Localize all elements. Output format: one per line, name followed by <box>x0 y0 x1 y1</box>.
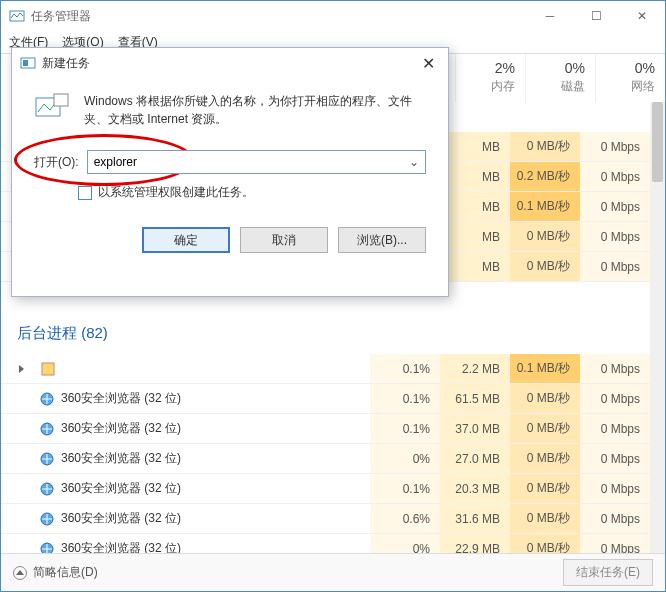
cell-mem: 31.6 MB <box>440 504 510 533</box>
table-row[interactable]: 360安全浏览器 (32 位) 0.1% 61.5 MB 0 MB/秒 0 Mb… <box>1 384 650 414</box>
cell-net: 0 Mbps <box>580 162 650 191</box>
svg-rect-11 <box>54 94 68 106</box>
cell-disk: 0 MB/秒 <box>510 474 580 503</box>
cell-disk: 0 MB/秒 <box>510 384 580 413</box>
dialog-title: 新建任务 <box>42 55 90 72</box>
cell-mem: 61.5 MB <box>440 384 510 413</box>
cell-net: 0 Mbps <box>580 222 650 251</box>
dialog-close-button[interactable]: ✕ <box>408 48 448 78</box>
process-name: 360安全浏览器 (32 位) <box>61 450 181 467</box>
cell-mem: MB <box>440 222 510 251</box>
cell-mem: 22.9 MB <box>440 534 510 553</box>
browser-icon <box>39 391 55 407</box>
table-row[interactable]: 360安全浏览器 (32 位) 0.6% 31.6 MB 0 MB/秒 0 Mb… <box>1 504 650 534</box>
close-button[interactable]: ✕ <box>619 1 665 31</box>
taskmgr-icon <box>9 8 25 24</box>
run-program-icon <box>34 92 70 120</box>
bg-section-title: 后台进程 (82) <box>17 324 108 343</box>
dialog-titlebar: 新建任务 ✕ <box>12 48 448 78</box>
cell-net: 0 Mbps <box>580 192 650 221</box>
process-name: 360安全浏览器 (32 位) <box>61 420 181 437</box>
cell-mem: MB <box>440 252 510 281</box>
svg-rect-1 <box>42 363 54 375</box>
col-disk[interactable]: 0% 磁盘 <box>525 54 595 102</box>
cell-disk: 0 MB/秒 <box>510 534 580 553</box>
cell-mem: 27.0 MB <box>440 444 510 473</box>
cell-disk: 0 MB/秒 <box>510 252 580 281</box>
cancel-button[interactable]: 取消 <box>240 227 328 253</box>
end-task-button[interactable]: 结束任务(E) <box>563 559 653 586</box>
cell-disk: 0.1 MB/秒 <box>510 192 580 221</box>
cell-disk: 0 MB/秒 <box>510 222 580 251</box>
cell-net: 0 Mbps <box>580 354 650 383</box>
ok-button[interactable]: 确定 <box>142 227 230 253</box>
cell-cpu: 0% <box>370 444 440 473</box>
col-network[interactable]: 0% 网络 <box>595 54 665 102</box>
cell-mem: 2.2 MB <box>440 354 510 383</box>
titlebar: 任务管理器 ─ ☐ ✕ <box>1 1 665 31</box>
cell-net: 0 Mbps <box>580 414 650 443</box>
cell-cpu: 0.1% <box>370 414 440 443</box>
cell-net: 0 Mbps <box>580 474 650 503</box>
cell-cpu: 0.6% <box>370 504 440 533</box>
table-row[interactable]: 360安全浏览器 (32 位) 0.1% 20.3 MB 0 MB/秒 0 Mb… <box>1 474 650 504</box>
cell-cpu: 0% <box>370 534 440 553</box>
browser-icon <box>39 421 55 437</box>
cell-net: 0 Mbps <box>580 504 650 533</box>
cell-disk: 0 MB/秒 <box>510 132 580 161</box>
cell-mem: MB <box>440 132 510 161</box>
fewer-details-button[interactable]: 简略信息(D) <box>13 564 98 581</box>
run-dialog: 新建任务 ✕ Windows 将根据你所键入的名称，为你打开相应的程序、文件夹、… <box>11 47 449 297</box>
browser-icon <box>39 481 55 497</box>
browser-icon <box>39 511 55 527</box>
open-label: 打开(O): <box>34 154 79 171</box>
dialog-message: Windows 将根据你所键入的名称，为你打开相应的程序、文件夹、文档或 Int… <box>84 92 426 128</box>
admin-checkbox-label: 以系统管理权限创建此任务。 <box>98 184 254 201</box>
run-icon <box>20 55 36 71</box>
cell-cpu: 0.1% <box>370 354 440 383</box>
cell-mem: 20.3 MB <box>440 474 510 503</box>
vertical-scrollbar[interactable] <box>650 102 665 553</box>
maximize-button[interactable]: ☐ <box>573 1 619 31</box>
table-row[interactable]: 360安全浏览器 (32 位) 0% 27.0 MB 0 MB/秒 0 Mbps <box>1 444 650 474</box>
col-memory[interactable]: 2% 内存 <box>455 54 525 102</box>
cell-net: 0 Mbps <box>580 444 650 473</box>
process-name: 360安全浏览器 (32 位) <box>61 510 181 527</box>
cell-cpu: 0.1% <box>370 384 440 413</box>
table-row[interactable]: 360安全浏览器 (32 位) 0% 22.9 MB 0 MB/秒 0 Mbps <box>1 534 650 553</box>
cell-net: 0 Mbps <box>580 252 650 281</box>
open-input-value[interactable]: explorer <box>94 155 409 169</box>
app-icon <box>40 361 56 377</box>
cell-mem: MB <box>440 162 510 191</box>
cell-cpu: 0.1% <box>370 474 440 503</box>
admin-checkbox-row[interactable]: 以系统管理权限创建此任务。 <box>78 184 426 201</box>
scrollbar-thumb[interactable] <box>652 102 663 182</box>
cell-mem: MB <box>440 192 510 221</box>
cell-net: 0 Mbps <box>580 132 650 161</box>
chevron-down-icon[interactable]: ⌄ <box>409 155 419 169</box>
footer: 简略信息(D) 结束任务(E) <box>1 553 665 591</box>
cell-mem: 37.0 MB <box>440 414 510 443</box>
cell-net: 0 Mbps <box>580 534 650 553</box>
process-name: 360安全浏览器 (32 位) <box>61 540 181 553</box>
open-combobox[interactable]: explorer ⌄ <box>87 150 426 174</box>
browser-icon <box>39 451 55 467</box>
chevron-up-icon <box>16 570 24 575</box>
table-row[interactable]: 0.1% 2.2 MB 0.1 MB/秒 0 Mbps <box>1 354 650 384</box>
cell-disk: 0.1 MB/秒 <box>510 354 580 383</box>
expand-icon[interactable] <box>19 365 24 373</box>
minimize-button[interactable]: ─ <box>527 1 573 31</box>
cell-disk: 0 MB/秒 <box>510 444 580 473</box>
checkbox-icon[interactable] <box>78 186 92 200</box>
table-row[interactable]: 360安全浏览器 (32 位) 0.1% 37.0 MB 0 MB/秒 0 Mb… <box>1 414 650 444</box>
cell-net: 0 Mbps <box>580 384 650 413</box>
window-title: 任务管理器 <box>31 8 91 25</box>
browse-button[interactable]: 浏览(B)... <box>338 227 426 253</box>
svg-rect-9 <box>23 60 28 66</box>
table-header: 2% 内存 0% 磁盘 0% 网络 <box>455 54 665 102</box>
cell-disk: 0 MB/秒 <box>510 504 580 533</box>
cell-disk: 0 MB/秒 <box>510 414 580 443</box>
process-name: 360安全浏览器 (32 位) <box>61 480 181 497</box>
browser-icon <box>39 541 55 554</box>
cell-disk: 0.2 MB/秒 <box>510 162 580 191</box>
